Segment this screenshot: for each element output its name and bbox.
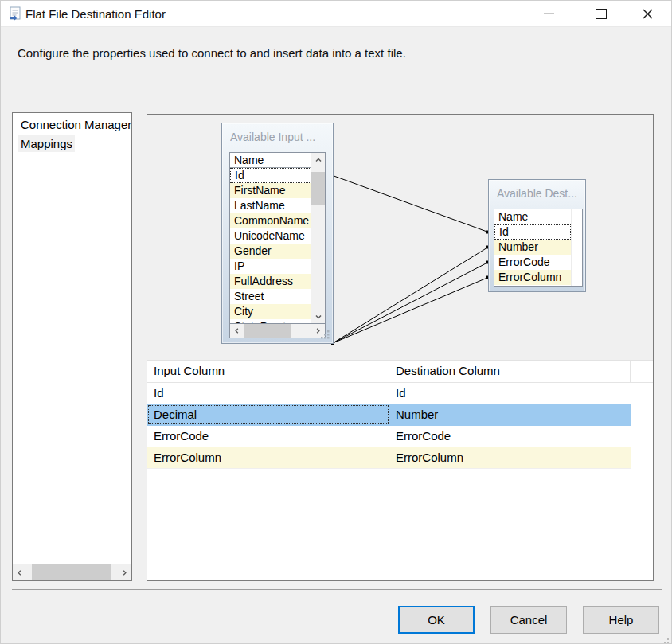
nav-item-mappings[interactable]: Mappings xyxy=(13,135,131,154)
app-icon xyxy=(8,6,23,21)
column-list-item[interactable]: CommonName xyxy=(230,213,311,228)
minimize-icon xyxy=(544,13,554,14)
scroll-left-icon[interactable] xyxy=(13,564,26,580)
grid-input-cell[interactable]: ErrorColumn xyxy=(147,447,389,468)
available-destination-title: Available Dest... xyxy=(497,187,578,200)
column-list-item[interactable]: ErrorCode xyxy=(494,255,571,270)
grid-destination-cell[interactable]: Id xyxy=(389,383,631,404)
input-hscroll-thumb[interactable] xyxy=(244,324,291,338)
input-horizontal-scrollbar[interactable] xyxy=(229,324,326,338)
available-destination-box[interactable]: Available Dest... Name IdNumberErrorCode… xyxy=(488,179,586,292)
column-list-item[interactable]: UnicodeName xyxy=(230,228,311,244)
input-hscroll-track[interactable] xyxy=(244,324,311,338)
grid-destination-cell[interactable]: ErrorColumn xyxy=(389,447,631,468)
column-list-item[interactable]: Number xyxy=(494,240,571,255)
grid-destination-cell[interactable]: Number xyxy=(389,404,631,425)
nav-scroll-track[interactable] xyxy=(26,564,118,580)
grid-input-cell[interactable]: Decimal xyxy=(147,404,389,425)
destination-list-header: Name xyxy=(494,209,571,224)
grid-row[interactable]: ErrorCode ErrorCode xyxy=(147,426,631,447)
bottom-divider xyxy=(12,589,662,590)
input-vscroll-thumb[interactable] xyxy=(311,172,325,205)
window-title: Flat File Destination Editor xyxy=(25,7,166,21)
input-column-header[interactable]: Input Column xyxy=(147,361,389,382)
grid-header: Input Column Destination Column xyxy=(147,361,653,383)
grid-row[interactable]: ErrorColumn ErrorColumn xyxy=(147,447,631,469)
available-input-box[interactable]: Available Input ... Name IdFirstNameLast… xyxy=(221,123,334,344)
scroll-right-icon[interactable] xyxy=(118,564,131,580)
scroll-up-icon[interactable] xyxy=(311,153,325,166)
column-list-item[interactable]: City xyxy=(230,304,311,319)
column-list-item[interactable]: Id xyxy=(494,224,571,240)
input-list-header: Name xyxy=(230,153,311,168)
destination-column-list: Name IdNumberErrorCodeErrorColumn xyxy=(494,209,572,286)
column-list-item[interactable]: FirstName xyxy=(230,183,311,198)
help-button[interactable]: Help xyxy=(583,606,659,634)
grid-input-cell[interactable]: Id xyxy=(147,383,389,404)
grid-row[interactable]: Decimal Number xyxy=(147,404,631,426)
input-vertical-scrollbar[interactable] xyxy=(311,153,325,323)
cancel-button[interactable]: Cancel xyxy=(490,606,567,634)
mapping-diagram: Available Input ... Name IdFirstNameLast… xyxy=(147,115,653,360)
nav-item-connection-manager[interactable]: Connection Manager xyxy=(13,115,131,135)
column-list-item[interactable]: StateProvince xyxy=(230,319,311,323)
grid-row[interactable]: Id Id xyxy=(147,383,631,404)
column-list-item[interactable]: Id xyxy=(230,168,311,183)
button-row: OKCancelHelp xyxy=(398,606,659,634)
mapping-grid: Input Column Destination Column Id Id De… xyxy=(147,360,653,580)
destination-column-header[interactable]: Destination Column xyxy=(389,361,631,382)
box-resize-grip-icon[interactable] xyxy=(320,328,330,338)
grid-destination-cell[interactable]: ErrorCode xyxy=(389,426,631,447)
column-list-item[interactable]: IP xyxy=(230,259,311,274)
close-icon xyxy=(642,8,654,20)
available-input-title: Available Input ... xyxy=(230,131,326,143)
grid-body: Id Id Decimal Number ErrorCode ErrorCode… xyxy=(147,383,653,469)
nav-list: Connection ManagerMappings xyxy=(13,115,131,154)
column-list-item[interactable]: ErrorColumn xyxy=(494,270,571,285)
scroll-left-icon[interactable] xyxy=(230,324,244,338)
titlebar: Flat File Destination Editor xyxy=(1,1,672,27)
pages-panel: Connection ManagerMappings xyxy=(12,112,132,581)
input-column-list: Name IdFirstNameLastNameCommonNameUnicod… xyxy=(230,153,311,323)
dialog-resize-grip-icon[interactable] xyxy=(661,633,670,642)
dialog-description: Configure the properties used to connect… xyxy=(18,46,406,60)
close-button[interactable] xyxy=(630,1,665,26)
nav-scroll-thumb[interactable] xyxy=(32,564,111,580)
flat-file-destination-editor-dialog: Flat File Destination Editor Configure t… xyxy=(0,0,672,644)
available-input-list: Name IdFirstNameLastNameCommonNameUnicod… xyxy=(229,152,326,324)
column-list-item[interactable]: LastName xyxy=(230,198,311,213)
nav-horizontal-scrollbar[interactable] xyxy=(13,564,131,580)
minimize-button xyxy=(531,1,566,26)
column-list-item[interactable]: Street xyxy=(230,289,311,304)
maximize-button[interactable] xyxy=(584,1,619,26)
column-list-item[interactable]: Gender xyxy=(230,244,311,259)
available-destination-list: Name IdNumberErrorCodeErrorColumn xyxy=(494,209,583,287)
mappings-panel: Available Input ... Name IdFirstNameLast… xyxy=(147,114,654,581)
scroll-down-icon[interactable] xyxy=(311,310,325,323)
maximize-icon xyxy=(596,9,607,19)
grid-header-filler xyxy=(631,361,653,382)
column-list-item[interactable]: FullAddress xyxy=(230,274,311,289)
grid-input-cell[interactable]: ErrorCode xyxy=(147,426,389,447)
ok-button[interactable]: OK xyxy=(398,606,475,634)
